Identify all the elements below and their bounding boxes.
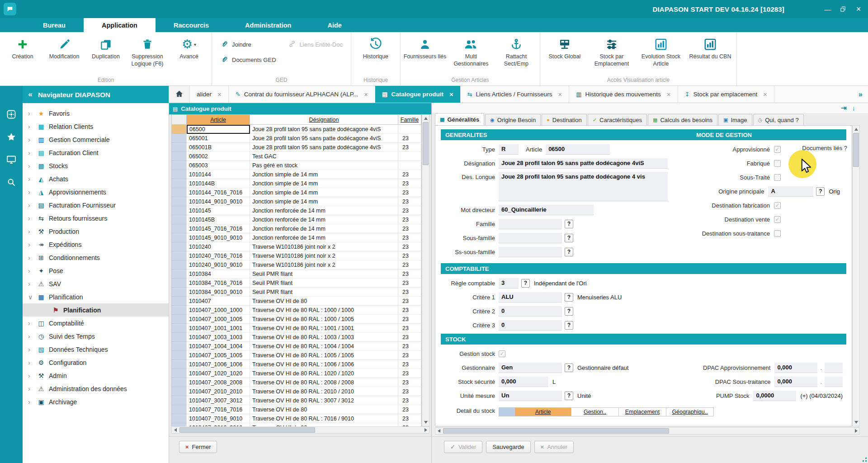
table-row[interactable]: 1010240 Traverse W1010186 joint noir x 2… (172, 242, 421, 251)
row-selector[interactable] (172, 324, 187, 333)
table-row[interactable]: 1010407_1006_1006 Traverse OV HI de 80 R… (172, 360, 421, 369)
cell-famille[interactable]: 23 (398, 342, 421, 351)
cell-famille[interactable] (398, 125, 421, 134)
cell-article[interactable]: 1010407_2010_2010 (187, 387, 250, 396)
sidebar-item[interactable]: ∨ ▦ Planification (23, 290, 169, 303)
fermer-button[interactable]: × Fermer (179, 441, 217, 453)
document-tab[interactable]: ⇆ Liens Articles / Fournisseurs × (461, 86, 570, 103)
table-row[interactable]: 1010384_7016_7016 Seuil PMR filant 23 (172, 279, 421, 288)
cell-article[interactable]: 1010407_1000_1005 (187, 315, 250, 324)
chevron-icon[interactable]: › (28, 136, 36, 143)
cell-famille[interactable]: 23 (398, 288, 421, 297)
row-selector[interactable] (172, 387, 187, 396)
regle-comptable-field[interactable]: 3 (499, 278, 519, 288)
sous-traite-checkbox[interactable] (774, 174, 781, 181)
chevron-icon[interactable]: › (28, 254, 36, 261)
download-icon[interactable]: ↓ (852, 104, 856, 112)
table-row[interactable]: 065002 Test GAC (172, 152, 421, 161)
row-selector[interactable] (172, 188, 187, 197)
des-longue-field[interactable]: Joue 28 profil talon 95 sans patte dodéc… (499, 172, 668, 201)
suppression-logique-button[interactable]: Suppression Logique (F6) (127, 33, 168, 67)
documents-ged-button[interactable]: Documents GED (220, 55, 276, 65)
dpac-sous-traitance-field[interactable]: 0,000 (774, 377, 817, 387)
sidebar-item[interactable]: › ↠ Expéditions (23, 238, 169, 251)
sidebar-item[interactable]: › ▣ Archivage (23, 395, 169, 408)
cell-famille[interactable]: 23 (398, 260, 421, 269)
row-selector[interactable] (172, 251, 187, 260)
stock-securite-field[interactable]: 0,000 (499, 377, 548, 387)
cell-article[interactable]: 1010407 (187, 297, 250, 306)
cell-designation[interactable]: Joue 28 profil talon 95 sans patte dodéc… (250, 125, 398, 134)
cell-famille[interactable]: 23 (398, 269, 421, 279)
cell-designation[interactable]: Jonction renforcée de 14 mm (250, 224, 398, 233)
cell-famille[interactable]: 23 (398, 251, 421, 260)
vertical-scrollbar[interactable] (422, 114, 429, 426)
menu-item[interactable]: Aide (309, 18, 359, 32)
cell-famille[interactable]: 23 (398, 134, 421, 143)
stock-par-emplacement-button[interactable]: Stock par Emplacement (587, 33, 636, 67)
vertical-scrollbar[interactable] (852, 125, 860, 426)
cell-famille[interactable]: 23 (398, 188, 421, 197)
gestionnaire-field[interactable]: Gen (499, 363, 562, 373)
cell-designation[interactable]: Jonction renforcée de 14 mm (250, 206, 398, 215)
chevron-icon[interactable]: › (28, 359, 36, 366)
column-header-designation[interactable]: Désignation (250, 115, 398, 125)
designation-field[interactable]: Joue 28 profil talon 95 sans patte dodéc… (499, 158, 668, 169)
detail-grid-column-header[interactable]: Emplacement (619, 407, 666, 416)
unite-lookup-button[interactable]: ? (565, 392, 573, 400)
cell-article[interactable]: 1010407_3007_3012 (187, 396, 250, 405)
maximize-button[interactable] (835, 2, 851, 16)
cell-famille[interactable]: 23 (398, 197, 421, 206)
sidebar-item[interactable]: › ★ Favoris (23, 107, 169, 120)
cell-famille[interactable]: 23 (398, 396, 421, 405)
scroll-down-icon[interactable] (422, 419, 429, 426)
cell-article[interactable]: 1010407_1020_1020 (187, 369, 250, 378)
cell-designation[interactable]: Traverse W1010186 joint noir x 2 (250, 260, 398, 269)
tab-close-icon[interactable]: × (558, 90, 562, 98)
screens-icon[interactable] (0, 149, 23, 170)
chevron-icon[interactable]: › (28, 333, 36, 340)
sidebar-item[interactable]: › ◷ Suivi des Temps (23, 330, 169, 343)
sidebar-item[interactable]: ⚑ Planification (23, 303, 169, 317)
detail-tab[interactable]: ✓ Caractéristiques (588, 114, 647, 125)
cell-designation[interactable]: Joue 28 profil talon 95 sans patte dodéc… (250, 134, 398, 143)
minimize-button[interactable]: — (820, 2, 835, 16)
horizontal-scrollbar[interactable] (435, 427, 860, 435)
home-tab[interactable] (169, 86, 190, 103)
sauvegarde-button[interactable]: Sauvegarde (486, 441, 530, 453)
cell-article[interactable]: 1010145B (187, 215, 250, 224)
cell-article[interactable]: 065002 (187, 152, 250, 161)
cell-designation[interactable]: Traverse OV HI de 80 RAL : 1020 / 1020 (250, 369, 398, 378)
tab-overflow-icon[interactable]: » (853, 86, 868, 103)
chevron-icon[interactable]: › (28, 267, 36, 274)
tab-close-icon[interactable]: × (364, 90, 368, 98)
sous-famille-field[interactable] (499, 233, 562, 243)
table-row[interactable]: 1010144 Jonction simple de 14 mm 23 (172, 170, 421, 179)
destination-fabrication-checkbox[interactable] (774, 202, 781, 209)
cell-article[interactable]: 1010145_7016_7016 (187, 224, 250, 233)
row-selector[interactable] (172, 396, 187, 405)
famille-field[interactable] (499, 219, 562, 229)
documents-lies-label[interactable]: Documents liés ? (802, 145, 847, 151)
cell-article[interactable]: 1010144_7016_7016 (187, 188, 250, 197)
row-selector[interactable] (172, 170, 187, 179)
chevron-icon[interactable]: › (28, 320, 36, 327)
detail-grid-column-header[interactable]: Article (515, 407, 571, 416)
ss-sous-famille-lookup-button[interactable]: ? (565, 248, 573, 256)
cell-designation[interactable]: Traverse W1010186 joint noir x 2 (250, 251, 398, 260)
sidebar-item[interactable]: › ◫ Comptabilité (23, 317, 169, 330)
sidebar-item[interactable]: › ▩ Stocks (23, 159, 169, 172)
cell-designation[interactable]: Traverse W1010186 joint noir x 2 (250, 242, 398, 251)
detail-tab[interactable]: ▦ Généralités (435, 113, 484, 125)
scroll-left-icon[interactable] (172, 426, 179, 434)
destination-vente-checkbox[interactable] (774, 216, 781, 223)
tab-close-icon[interactable]: × (763, 90, 767, 98)
scrollbar-thumb[interactable] (443, 428, 669, 434)
cell-famille[interactable]: 23 (398, 405, 421, 414)
table-row[interactable]: 1010407_2008_2008 Traverse OV HI de 80 R… (172, 378, 421, 387)
cell-article[interactable]: 065001B (187, 143, 250, 152)
cell-article[interactable]: 065003 (187, 161, 250, 170)
cell-article[interactable]: 1010407_1000_1000 (187, 306, 250, 315)
header-corner-cell[interactable] (172, 115, 187, 125)
mot-directeur-field[interactable]: 60_Quincaillerie (499, 205, 594, 215)
